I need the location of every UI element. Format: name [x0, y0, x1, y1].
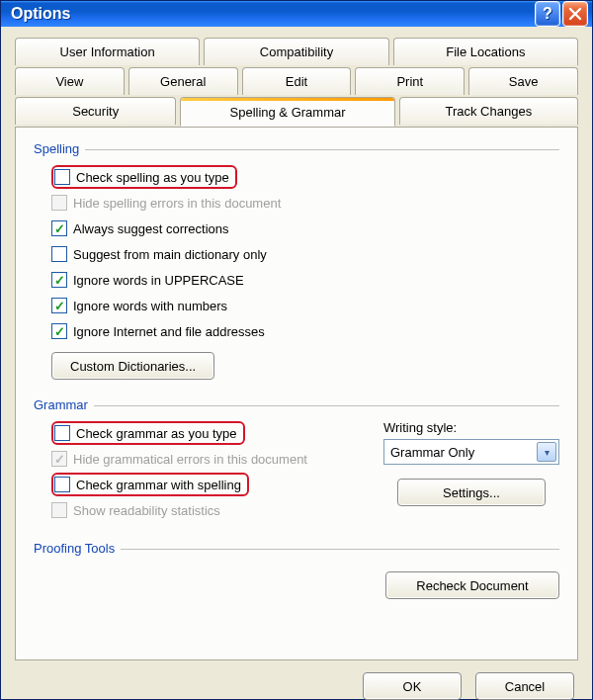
cancel-button[interactable]: Cancel — [475, 672, 574, 700]
label-check-spelling-as-you-type: Check spelling as you type — [76, 170, 229, 185]
tab-edit[interactable]: Edit — [242, 67, 352, 95]
label-ignore-uppercase: Ignore words in UPPERCASE — [73, 273, 244, 288]
grammar-settings-button[interactable]: Settings... — [397, 479, 546, 506]
label-check-grammar-with-spelling: Check grammar with spelling — [76, 478, 241, 492]
ok-button[interactable]: OK — [363, 672, 462, 700]
opt-ignore-numbers: ✓ Ignore words with numbers — [51, 293, 559, 318]
checkbox-ignore-numbers[interactable]: ✓ — [51, 298, 67, 313]
checkbox-always-suggest[interactable]: ✓ — [51, 220, 67, 236]
tab-general[interactable]: General — [128, 67, 238, 95]
tab-save[interactable]: Save — [468, 67, 578, 95]
tab-print[interactable]: Print — [355, 67, 465, 95]
label-main-dict-only: Suggest from main dictionary only — [73, 247, 267, 262]
window-title: Options — [11, 5, 533, 23]
opt-ignore-uppercase: ✓ Ignore words in UPPERCASE — [51, 267, 559, 293]
titlebar: Options ? — [1, 1, 592, 27]
checkbox-readability — [51, 502, 67, 518]
opt-check-spelling-as-you-type: Check spelling as you type — [51, 164, 559, 190]
writing-style-value: Grammar Only — [390, 445, 474, 460]
label-check-grammar-as-you-type: Check grammar as you type — [76, 426, 237, 441]
writing-style-label: Writing style: — [383, 420, 559, 435]
tab-file-locations[interactable]: File Locations — [393, 38, 578, 65]
tab-spelling-grammar[interactable]: Spelling & Grammar — [180, 97, 394, 127]
label-ignore-internet: Ignore Internet and file addresses — [73, 324, 265, 339]
spelling-section: Spelling Check spelling as you type Hide… — [34, 141, 559, 380]
tab-view[interactable]: View — [15, 67, 125, 95]
label-readability: Show readability statistics — [73, 503, 220, 518]
label-always-suggest: Always suggest corrections — [73, 221, 229, 236]
tab-user-information[interactable]: User Information — [15, 38, 200, 65]
label-ignore-numbers: Ignore words with numbers — [73, 299, 227, 313]
help-button[interactable]: ? — [535, 1, 560, 27]
tab-strip: User Information Compatibility File Loca… — [1, 27, 592, 660]
grammar-heading: Grammar — [34, 397, 559, 412]
tab-panel: Spelling Check spelling as you type Hide… — [15, 127, 578, 660]
options-dialog: Options ? User Information Compatibility… — [0, 0, 593, 700]
checkbox-check-spelling-as-you-type[interactable] — [54, 169, 70, 185]
checkbox-main-dict-only[interactable] — [51, 246, 67, 262]
tab-track-changes[interactable]: Track Changes — [399, 97, 578, 125]
recheck-document-button[interactable]: Recheck Document — [385, 571, 559, 599]
tab-security[interactable]: Security — [15, 97, 176, 125]
tab-compatibility[interactable]: Compatibility — [204, 38, 388, 65]
opt-ignore-internet: ✓ Ignore Internet and file addresses — [51, 318, 559, 344]
opt-hide-spelling-errors: Hide spelling errors in this document — [51, 190, 559, 216]
spelling-heading: Spelling — [34, 141, 559, 156]
opt-check-grammar-as-you-type: Check grammar as you type — [51, 420, 374, 446]
close-icon — [568, 7, 582, 21]
custom-dictionaries-button[interactable]: Custom Dictionaries... — [51, 352, 214, 380]
checkbox-check-grammar-with-spelling[interactable] — [54, 477, 70, 492]
checkbox-ignore-internet[interactable]: ✓ — [51, 323, 67, 339]
grammar-section: Grammar Check grammar as you type ✓ Hide — [34, 397, 559, 523]
opt-main-dict-only: Suggest from main dictionary only — [51, 241, 559, 267]
label-hide-grammar-errors: Hide grammatical errors in this document — [73, 452, 307, 467]
proofing-section: Proofing Tools Recheck Document — [34, 541, 559, 599]
checkbox-check-grammar-as-you-type[interactable] — [54, 425, 70, 441]
checkbox-hide-grammar-errors: ✓ — [51, 451, 67, 467]
dialog-buttons: OK Cancel — [1, 660, 592, 700]
checkbox-hide-spelling-errors — [51, 195, 67, 211]
proofing-heading: Proofing Tools — [34, 541, 559, 556]
opt-check-grammar-with-spelling: Check grammar with spelling — [51, 472, 374, 497]
label-hide-spelling-errors: Hide spelling errors in this document — [73, 196, 281, 211]
writing-style-select[interactable]: Grammar Only ▾ — [383, 439, 559, 465]
close-button[interactable] — [562, 1, 588, 27]
checkbox-ignore-uppercase[interactable]: ✓ — [51, 272, 67, 288]
opt-always-suggest: ✓ Always suggest corrections — [51, 216, 559, 241]
opt-readability: Show readability statistics — [51, 497, 374, 523]
chevron-down-icon: ▾ — [537, 442, 556, 462]
opt-hide-grammar-errors: ✓ Hide grammatical errors in this docume… — [51, 446, 374, 472]
